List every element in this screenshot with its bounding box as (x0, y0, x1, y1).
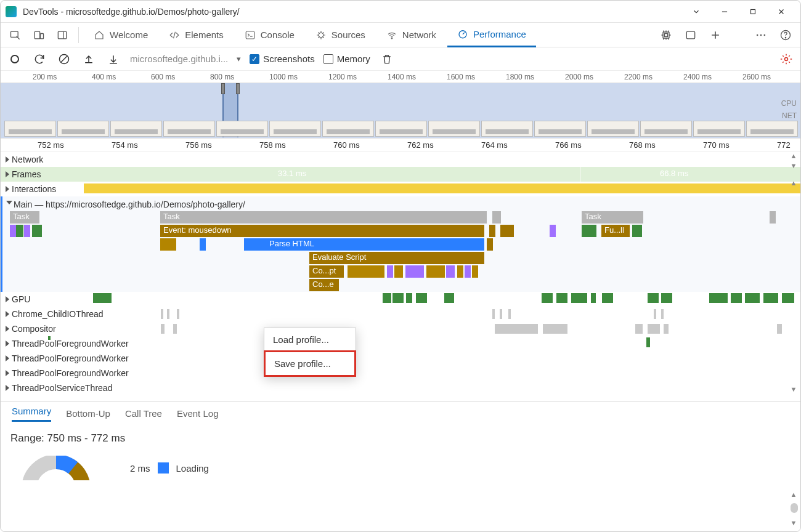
flame-task[interactable]: Task (10, 211, 39, 224)
gpu-block[interactable] (782, 293, 794, 303)
flame-task[interactable]: Task (160, 211, 487, 224)
gpu-block[interactable] (745, 293, 760, 303)
screenshot-thumb[interactable] (322, 121, 374, 137)
interaction-bar[interactable] (84, 183, 801, 193)
memory-chip-icon[interactable] (655, 24, 677, 46)
flame-block[interactable] (582, 225, 596, 237)
tab-event-log[interactable]: Event Log (177, 408, 219, 419)
menu-load-profile[interactable]: Load profile... (264, 328, 356, 351)
gpu-block[interactable] (763, 293, 778, 303)
track-network[interactable]: Network (1, 152, 800, 167)
gpu-block[interactable] (556, 293, 567, 303)
flame-task[interactable]: Task (582, 211, 643, 224)
gpu-block[interactable] (709, 293, 728, 303)
gpu-block[interactable] (416, 293, 427, 303)
scroll-down-icon[interactable]: ▼ (789, 385, 798, 393)
close-button[interactable] (767, 1, 795, 23)
trash-icon[interactable] (379, 51, 395, 67)
track-tpfg-2[interactable]: ThreadPoolForegroundWorker (1, 351, 800, 366)
expand-icon[interactable] (6, 186, 9, 192)
screenshot-thumb[interactable] (640, 121, 692, 137)
selection-handle-left[interactable] (221, 83, 225, 94)
track-main[interactable]: Main — https://microsoftedge.github.io/D… (1, 196, 800, 292)
scroll-down-icon[interactable]: ▼ (789, 519, 798, 526)
flame-block[interactable] (770, 211, 776, 224)
screenshot-thumb[interactable] (375, 121, 427, 137)
gpu-block[interactable] (406, 293, 412, 303)
screenshot-thumb[interactable] (269, 121, 321, 137)
flame-block[interactable] (32, 225, 42, 237)
expand-icon[interactable] (6, 385, 9, 391)
gpu-block[interactable] (392, 293, 404, 303)
clear-button[interactable] (56, 51, 72, 67)
track-interactions[interactable]: Interactions (1, 182, 800, 196)
tab-elements[interactable]: Elements (159, 23, 234, 47)
track-tpfg-3[interactable]: ThreadPoolForegroundWorker (1, 366, 800, 381)
maximize-button[interactable] (739, 1, 767, 23)
flame-block[interactable] (405, 265, 424, 278)
overview-timeline[interactable]: 200 ms 400 ms 600 ms 800 ms 1000 ms 1200… (1, 71, 800, 139)
gpu-block[interactable] (602, 293, 613, 303)
flame-block[interactable] (550, 225, 556, 237)
gpu-block[interactable] (383, 293, 391, 303)
expand-icon[interactable] (6, 355, 9, 361)
screenshot-thumb[interactable] (216, 121, 268, 137)
scroll-up-icon[interactable]: ▲ (789, 491, 798, 498)
track-gpu[interactable]: GPU (1, 292, 800, 307)
screenshot-thumb[interactable] (587, 121, 639, 137)
screenshot-thumb[interactable] (481, 121, 533, 137)
screenshot-thumb[interactable] (110, 121, 162, 137)
reload-button[interactable] (31, 51, 47, 67)
screenshot-thumb[interactable] (534, 121, 586, 137)
expand-icon[interactable] (6, 171, 9, 177)
flame-block[interactable] (394, 265, 403, 278)
screenshot-thumb[interactable] (4, 121, 56, 137)
plus-icon[interactable] (704, 24, 726, 46)
collapse-icon[interactable] (6, 201, 12, 204)
device-icon[interactable] (28, 24, 50, 46)
flame-block[interactable] (632, 225, 642, 237)
expand-icon[interactable] (6, 370, 9, 376)
flame-block[interactable] (472, 265, 478, 278)
screenshot-thumb[interactable] (746, 121, 798, 137)
flame-block[interactable] (446, 265, 455, 278)
flame-event-mousedown[interactable]: Event: mousedown (160, 225, 484, 237)
screenshots-checkbox[interactable]: ✓Screenshots (250, 54, 314, 64)
gpu-block[interactable] (444, 293, 454, 303)
flame-block[interactable] (200, 238, 206, 251)
gpu-block[interactable] (648, 293, 659, 303)
flame-block[interactable] (10, 225, 16, 237)
flame-block[interactable] (387, 265, 393, 278)
inspect-icon[interactable] (4, 24, 26, 46)
panel-icon[interactable] (680, 24, 702, 46)
track-frames[interactable]: Frames 33.1 ms 66.8 ms (1, 167, 800, 182)
expand-icon[interactable] (6, 326, 9, 332)
flame-block[interactable] (348, 265, 384, 278)
flame-parse-html[interactable]: Parse HTML (266, 238, 484, 251)
settings-icon[interactable] (778, 51, 794, 67)
gpu-block[interactable] (661, 293, 672, 303)
track-compositor[interactable]: Compositor (1, 321, 800, 336)
expand-icon[interactable] (6, 156, 9, 163)
track-tpfg-1[interactable]: ThreadPoolForegroundWorker (1, 336, 800, 351)
selection-handle-right[interactable] (236, 83, 240, 94)
tab-call-tree[interactable]: Call Tree (125, 408, 162, 419)
record-button[interactable] (7, 51, 23, 67)
tab-sources[interactable]: Sources (306, 23, 375, 47)
flame-evaluate-script[interactable]: Evaluate Script (309, 252, 484, 264)
upload-icon[interactable] (81, 51, 97, 67)
help-icon[interactable] (775, 24, 797, 46)
track-tpsvc[interactable]: ThreadPoolServiceThread (1, 381, 800, 395)
profile-url[interactable]: microsoftedge.github.i... (130, 54, 228, 64)
screenshot-thumb[interactable] (693, 121, 745, 137)
tab-welcome[interactable]: Welcome (84, 23, 158, 47)
screenshot-thumb[interactable] (428, 121, 480, 137)
flame-block[interactable] (16, 225, 23, 237)
gpu-block[interactable] (591, 293, 596, 303)
flame-block[interactable] (489, 225, 495, 237)
expand-icon[interactable] (6, 296, 9, 302)
tab-bottom-up[interactable]: Bottom-Up (66, 408, 110, 419)
dock-icon[interactable] (51, 24, 73, 46)
flame-block[interactable] (487, 238, 493, 251)
scroll-up-icon[interactable]: ▲ (789, 179, 798, 187)
